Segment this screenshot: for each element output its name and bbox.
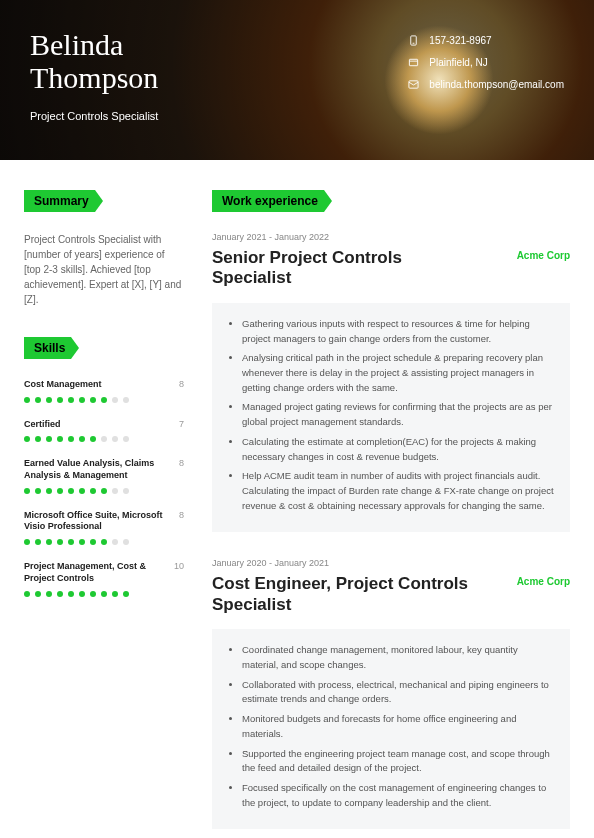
right-column: Work experience January 2021 - January 2… [212,190,570,838]
job-bullets: Gathering various inputs with respect to… [212,303,570,533]
job-bullets: Coordinated change management, monitored… [212,629,570,829]
job-item: January 2021 - January 2022Senior Projec… [212,232,570,532]
dot [79,436,85,442]
dot [123,591,129,597]
dot [68,591,74,597]
dot [112,488,118,494]
dot [24,436,30,442]
dot [24,539,30,545]
skill-score: 8 [179,510,184,520]
skill-name: Certified [24,419,61,431]
dot [79,539,85,545]
skill-item: Project Management, Cost & Project Contr… [24,561,184,596]
work-heading: Work experience [212,190,332,212]
skills-heading: Skills [24,337,79,359]
skill-item: Certified7 [24,419,184,443]
dot [90,488,96,494]
dot [57,488,63,494]
bullet-item: Coordinated change management, monitored… [242,643,554,672]
job-role-title: Cost Engineer, Project Controls Speciali… [212,574,482,615]
bullet-item: Gathering various inputs with respect to… [242,317,554,346]
jobs-list: January 2021 - January 2022Senior Projec… [212,232,570,838]
dot [46,591,52,597]
contact-email: belinda.thompson@email.com [407,78,564,90]
svg-rect-2 [409,59,417,65]
dot [35,539,41,545]
location-text: Plainfield, NJ [429,57,487,68]
dot [35,591,41,597]
dot [79,488,85,494]
dot [123,539,129,545]
dot [101,591,107,597]
dot [112,436,118,442]
dot [123,488,129,494]
skill-dots [24,397,184,403]
dot [79,591,85,597]
main-content: Summary Project Controls Specialist with… [0,160,594,838]
summary-text: Project Controls Specialist with [number… [24,232,184,307]
skill-item: Microsoft Office Suite, Microsoft Visio … [24,510,184,545]
skill-dots [24,436,184,442]
skill-score: 7 [179,419,184,429]
skill-item: Cost Management8 [24,379,184,403]
bullet-item: Managed project gating reviews for confi… [242,400,554,429]
dot [35,488,41,494]
skill-dots [24,539,184,545]
dot [68,436,74,442]
bullet-item: Analysing critical path in the project s… [242,351,554,395]
contact-location: Plainfield, NJ [407,56,564,68]
bullet-item: Help ACME audit team in number of audits… [242,469,554,513]
dot [46,397,52,403]
email-text: belinda.thompson@email.com [429,79,564,90]
phone-icon [407,34,419,46]
skill-score: 10 [174,561,184,571]
first-name: Belinda [30,28,158,61]
phone-text: 157-321-8967 [429,35,491,46]
summary-heading: Summary [24,190,103,212]
dot [46,539,52,545]
skill-name: Microsoft Office Suite, Microsoft Visio … [24,510,173,533]
dot [112,539,118,545]
job-title-line: Project Controls Specialist [30,110,158,122]
dot [24,591,30,597]
dot [68,488,74,494]
dot [24,397,30,403]
resume-header: Belinda Thompson Project Controls Specia… [0,0,594,160]
email-icon [407,78,419,90]
contact-block: 157-321-8967 Plainfield, NJ belinda.thom… [407,28,564,132]
dot [57,591,63,597]
bullet-item: Calculating the estimate at completion(E… [242,435,554,464]
dot [57,397,63,403]
name-block: Belinda Thompson Project Controls Specia… [30,28,158,132]
bullet-item: Focused specifically on the cost managem… [242,781,554,810]
skill-score: 8 [179,379,184,389]
bullet-item: Monitored budgets and forecasts for home… [242,712,554,741]
dot [101,488,107,494]
dot [57,436,63,442]
skill-name: Cost Management [24,379,102,391]
dot [123,436,129,442]
dot [90,397,96,403]
job-dates: January 2020 - January 2021 [212,558,570,568]
bullet-item: Collaborated with process, electrical, m… [242,678,554,707]
left-column: Summary Project Controls Specialist with… [24,190,184,838]
dot [68,539,74,545]
last-name: Thompson [30,61,158,94]
dot [123,397,129,403]
dot [68,397,74,403]
dot [24,488,30,494]
dot [90,591,96,597]
dot [35,436,41,442]
skill-name: Project Management, Cost & Project Contr… [24,561,168,584]
skills-list: Cost Management8Certified7Earned Value A… [24,379,184,597]
dot [90,436,96,442]
skill-name: Earned Value Analysis, Claims Analysis &… [24,458,173,481]
skill-item: Earned Value Analysis, Claims Analysis &… [24,458,184,493]
dot [112,397,118,403]
location-icon [407,56,419,68]
job-dates: January 2021 - January 2022 [212,232,570,242]
dot [79,397,85,403]
dot [35,397,41,403]
job-role-title: Senior Project Controls Specialist [212,248,482,289]
contact-phone: 157-321-8967 [407,34,564,46]
